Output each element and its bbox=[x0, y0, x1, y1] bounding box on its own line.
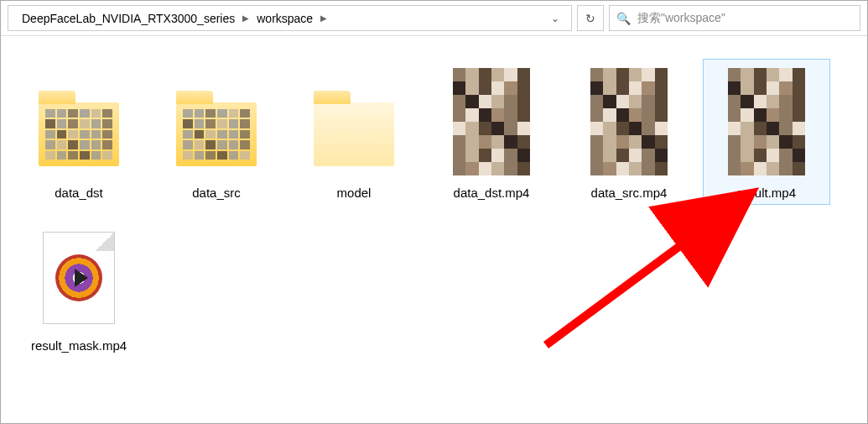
video-thumbnail bbox=[590, 68, 668, 175]
video-thumbnail bbox=[728, 68, 805, 175]
file-thumbnail bbox=[308, 63, 400, 181]
breadcrumb-segment[interactable]: DeepFaceLab_NVIDIA_RTX3000_series bbox=[17, 10, 240, 27]
file-thumbnail bbox=[583, 63, 675, 181]
file-label: data_src bbox=[192, 186, 241, 201]
file-label: result_mask.mp4 bbox=[31, 338, 127, 353]
file-label: data_dst bbox=[55, 186, 103, 201]
folder-icon bbox=[39, 102, 119, 166]
refresh-button[interactable]: ↻ bbox=[577, 5, 604, 31]
file-label: model bbox=[337, 186, 372, 201]
video-thumbnail bbox=[453, 68, 530, 175]
chevron-right-icon: ▶ bbox=[240, 13, 252, 23]
file-thumbnail bbox=[170, 63, 262, 181]
folder-icon bbox=[176, 102, 257, 166]
file-thumbnail bbox=[33, 216, 125, 333]
file-item[interactable]: result_mask.mp4 bbox=[16, 212, 142, 357]
file-thumbnail bbox=[33, 63, 125, 181]
file-item[interactable]: data_src.mp4 bbox=[566, 60, 692, 204]
file-item[interactable]: data_src bbox=[153, 60, 279, 204]
file-grid[interactable]: data_dstdata_srcmodeldata_dst.mp4data_sr… bbox=[1, 36, 867, 380]
chevron-down-icon[interactable]: ⌄ bbox=[544, 9, 566, 28]
file-thumbnail bbox=[720, 63, 813, 181]
file-item[interactable]: data_dst.mp4 bbox=[429, 60, 554, 204]
search-placeholder: 搜索"workspace" bbox=[637, 11, 725, 26]
search-input[interactable]: 🔍 搜索"workspace" bbox=[609, 5, 860, 31]
refresh-icon: ↻ bbox=[585, 12, 595, 25]
folder-icon bbox=[314, 102, 394, 166]
chevron-right-icon: ▶ bbox=[318, 13, 330, 23]
breadcrumb-segment[interactable]: workspace bbox=[252, 10, 318, 27]
file-item[interactable]: result.mp4 bbox=[704, 60, 829, 204]
file-item[interactable]: model bbox=[291, 60, 417, 204]
explorer-window: DeepFaceLab_NVIDIA_RTX3000_series ▶ work… bbox=[0, 0, 868, 424]
file-label: data_dst.mp4 bbox=[454, 186, 530, 201]
file-label: data_src.mp4 bbox=[591, 186, 668, 201]
video-file-icon bbox=[43, 232, 115, 324]
search-icon: 🔍 bbox=[616, 12, 631, 25]
toolbar: DeepFaceLab_NVIDIA_RTX3000_series ▶ work… bbox=[1, 1, 867, 36]
file-label: result.mp4 bbox=[737, 186, 796, 201]
play-icon bbox=[55, 254, 102, 301]
address-bar[interactable]: DeepFaceLab_NVIDIA_RTX3000_series ▶ work… bbox=[8, 5, 572, 31]
file-thumbnail bbox=[445, 63, 538, 181]
file-item[interactable]: data_dst bbox=[16, 60, 142, 204]
